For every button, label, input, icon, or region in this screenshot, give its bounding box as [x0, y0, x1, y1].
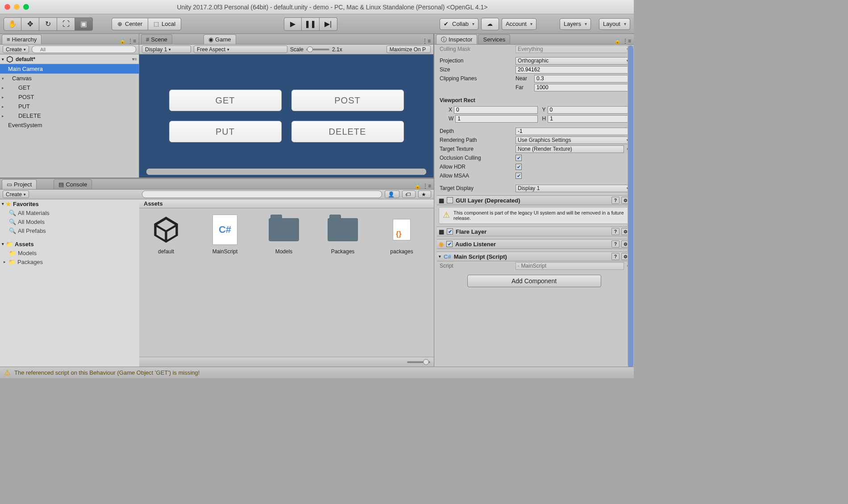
project-tree-packages[interactable]: ▸📁Packages	[0, 257, 139, 266]
target-display-dropdown[interactable]: Display 1	[515, 185, 631, 192]
culling-mask-dropdown[interactable]: Everything	[515, 45, 631, 53]
asset-packages-folder[interactable]: Packages	[321, 214, 364, 255]
panel-menu-icon[interactable]: ⋮≡	[422, 38, 431, 44]
project-create-dropdown[interactable]: Create	[3, 190, 29, 198]
maximize-toggle[interactable]: Maximize On P	[387, 45, 431, 53]
viewport-w-field[interactable]	[455, 115, 537, 123]
hierarchy-item-canvas[interactable]: Canvas	[0, 74, 139, 83]
collab-dropdown[interactable]: ✔Collab	[440, 18, 478, 30]
main-script-component[interactable]: ▾ C# Main Script (Script) ?⚙	[437, 252, 631, 261]
services-tab[interactable]: Services	[478, 34, 510, 44]
display-dropdown[interactable]: Display 1	[142, 45, 191, 53]
project-search-input[interactable]	[142, 190, 382, 198]
maximize-window-button[interactable]	[23, 4, 29, 10]
help-icon[interactable]: ?	[611, 197, 619, 204]
allow-hdr-checkbox[interactable]: ✔	[515, 164, 522, 170]
asset-packages-file[interactable]: {} packages	[380, 214, 423, 255]
fav-all-materials[interactable]: 🔍All Materials	[0, 208, 139, 217]
panel-menu-icon[interactable]: ⋮≡	[423, 183, 431, 189]
minimize-window-button[interactable]	[14, 4, 20, 10]
help-icon[interactable]: ?	[611, 240, 619, 248]
inspector-scrollbar[interactable]	[628, 45, 634, 367]
step-button[interactable]: ▶|	[320, 17, 337, 31]
fav-all-models[interactable]: 🔍All Models	[0, 217, 139, 226]
assets-folder-header[interactable]: ▾📁Assets	[0, 240, 139, 248]
panel-menu-icon[interactable]: ⋮≡	[623, 38, 631, 44]
layout-dropdown[interactable]: Layout	[599, 18, 630, 30]
project-tree-models[interactable]: 📁Models	[0, 248, 139, 257]
pivot-rotation-button[interactable]: ⬚Local	[148, 18, 181, 30]
save-search-button[interactable]: ★	[418, 190, 431, 198]
favorites-header[interactable]: ▾★Favorites	[0, 199, 139, 208]
game-button-delete[interactable]: DELETE	[291, 121, 404, 142]
gui-layer-enable-checkbox[interactable]	[447, 197, 453, 203]
hierarchy-item-eventsystem[interactable]: EventSystem	[0, 120, 139, 130]
status-bar[interactable]: ⚠ The referenced script on this Behaviou…	[0, 367, 634, 378]
lock-icon[interactable]: 🔒	[414, 183, 421, 189]
fav-all-prefabs[interactable]: 🔍All Prefabs	[0, 226, 139, 235]
aspect-dropdown[interactable]: Free Aspect	[194, 45, 287, 53]
help-icon[interactable]: ?	[611, 253, 619, 260]
size-field[interactable]	[515, 66, 631, 74]
account-dropdown[interactable]: Account	[502, 18, 536, 30]
flare-layer-enable-checkbox[interactable]: ✔	[447, 228, 453, 235]
rendering-path-dropdown[interactable]: Use Graphics Settings	[515, 136, 631, 144]
game-horizontal-scrollbar[interactable]	[146, 169, 426, 175]
inspector-tab[interactable]: ⓘInspector	[436, 34, 477, 44]
asset-models-folder[interactable]: Models	[262, 214, 305, 255]
add-component-button[interactable]: Add Component	[467, 275, 601, 287]
thumbnail-size-slider[interactable]	[407, 361, 430, 363]
panel-menu-icon[interactable]: ⋮≡	[128, 38, 136, 44]
asset-default[interactable]: default	[145, 214, 187, 255]
hierarchy-create-dropdown[interactable]: Create	[3, 45, 29, 53]
audio-listener-component[interactable]: ◉ ✔ Audio Listener ?⚙	[437, 239, 631, 249]
cloud-button[interactable]: ☁	[481, 18, 499, 30]
projection-dropdown[interactable]: Orthographic	[515, 57, 631, 65]
near-field[interactable]	[534, 75, 631, 83]
console-tab[interactable]: ▤Console	[54, 179, 92, 189]
play-button[interactable]: ▶	[284, 17, 302, 31]
hierarchy-tab[interactable]: ≡Hierarchy	[2, 34, 42, 44]
scale-tool-button[interactable]: ⛶	[57, 17, 75, 31]
hierarchy-item-delete[interactable]: DELETE	[0, 111, 139, 120]
target-texture-field[interactable]: None (Render Texture)	[515, 145, 624, 153]
viewport-x-field[interactable]	[454, 106, 537, 114]
hierarchy-search-input[interactable]	[32, 45, 136, 53]
game-button-get[interactable]: GET	[169, 90, 282, 111]
pivot-mode-button[interactable]: ⊕Center	[112, 18, 148, 30]
scene-tab[interactable]: #Scene	[141, 34, 172, 44]
occlusion-checkbox[interactable]: ✔	[515, 155, 522, 161]
far-field[interactable]	[534, 84, 631, 91]
foldout-icon[interactable]: ▾	[439, 254, 441, 259]
layers-dropdown[interactable]: Layers	[560, 18, 591, 30]
script-reference-field[interactable]: ▫MainScript	[515, 262, 624, 270]
viewport-h-field[interactable]	[548, 115, 631, 123]
pause-button[interactable]: ❚❚	[302, 17, 320, 31]
scene-menu-icon[interactable]: ▾≡	[132, 57, 137, 62]
scene-header[interactable]: ▾ default* ▾≡	[0, 54, 139, 64]
audio-listener-enable-checkbox[interactable]: ✔	[446, 241, 453, 247]
hierarchy-item-put[interactable]: PUT	[0, 102, 139, 111]
scale-slider[interactable]	[306, 49, 329, 50]
game-tab[interactable]: ◉Game	[204, 34, 236, 44]
depth-field[interactable]	[515, 128, 631, 135]
game-button-post[interactable]: POST	[291, 90, 404, 111]
flare-layer-component[interactable]: ▦ ✔ Flare Layer ?⚙	[437, 227, 631, 236]
game-button-put[interactable]: PUT	[169, 121, 282, 142]
asset-mainscript[interactable]: C# MainScript	[204, 214, 246, 255]
hierarchy-item-main-camera[interactable]: Main Camera	[0, 64, 139, 74]
search-by-label-button[interactable]: 🏷	[402, 190, 416, 198]
allow-msaa-checkbox[interactable]: ✔	[515, 173, 522, 179]
hand-tool-button[interactable]: ✋	[4, 17, 21, 31]
hierarchy-item-post[interactable]: POST	[0, 92, 139, 102]
rotate-tool-button[interactable]: ↻	[39, 17, 57, 31]
gui-layer-component[interactable]: ▦ GUI Layer (Deprecated) ?⚙	[437, 195, 631, 205]
project-tab[interactable]: ▭Project	[2, 179, 37, 189]
hierarchy-item-get[interactable]: GET	[0, 83, 139, 92]
lock-icon[interactable]: 🔒	[614, 38, 621, 44]
viewport-y-field[interactable]	[548, 106, 631, 114]
move-tool-button[interactable]: ✥	[21, 17, 39, 31]
search-by-type-button[interactable]: 👤	[385, 190, 399, 198]
rect-tool-button[interactable]: ▣	[75, 17, 93, 31]
help-icon[interactable]: ?	[611, 228, 619, 235]
